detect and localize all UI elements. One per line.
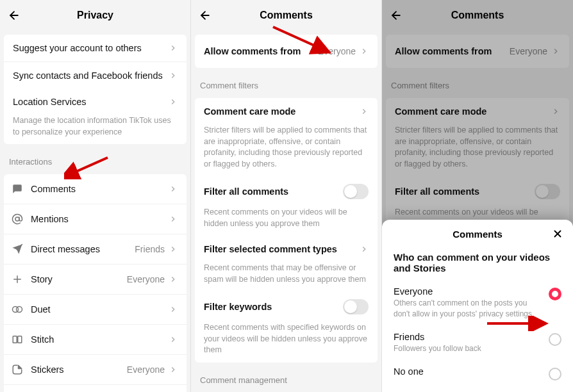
interaction-story[interactable]: Story Everyone: [4, 264, 187, 294]
care-mode-row[interactable]: Comment care mode Stricter filters will …: [195, 98, 378, 176]
suggest-account-row[interactable]: Suggest your account to others: [4, 35, 187, 61]
interaction-stickers[interactable]: Stickers Everyone: [4, 354, 187, 384]
option-desc: Followers you follow back: [394, 343, 541, 354]
close-icon: [552, 228, 563, 240]
filter-all-row: Filter all comments Recent comments on y…: [195, 176, 378, 236]
sticker-icon: [10, 363, 24, 377]
chevron-right-icon: [169, 184, 178, 193]
row-label: Stickers: [31, 364, 127, 375]
arrow-left-icon: [199, 9, 212, 22]
row-label: Direct messages: [31, 244, 135, 254]
sheet-title: Comments: [453, 229, 502, 240]
chevron-right-icon: [169, 275, 178, 284]
radio-button[interactable]: [549, 333, 561, 346]
close-button[interactable]: [550, 226, 565, 241]
chevron-right-icon: [169, 365, 178, 374]
header: Privacy: [0, 0, 190, 31]
row-value: Everyone: [127, 274, 165, 284]
header: Comments: [191, 0, 381, 31]
comment-filters-card: Comment care mode Stricter filters will …: [195, 98, 378, 363]
row-label: Story: [31, 274, 127, 284]
filter-types-row[interactable]: Filter selected comment types Recent com…: [195, 236, 378, 291]
location-services-row[interactable]: Location Services Manage the location in…: [4, 88, 187, 144]
chevron-right-icon: [360, 245, 369, 254]
filter-keywords-toggle[interactable]: [343, 299, 369, 314]
sheet-question: Who can comment on your videos and Stori…: [382, 248, 573, 280]
location-services-desc: Manage the location information TikTok u…: [4, 115, 187, 144]
chevron-right-icon: [169, 335, 178, 344]
chevron-right-icon: [169, 71, 178, 80]
sheet-options: Everyone Others can't comment on the pos…: [382, 280, 573, 387]
chevron-right-icon: [169, 97, 178, 106]
interaction-comments[interactable]: Comments: [4, 174, 187, 204]
arrow-left-icon: [8, 9, 21, 22]
panel-comments-sheet: Comments Allow comments from Everyone Co…: [382, 0, 573, 392]
row-label: Comments: [31, 184, 169, 194]
sync-contacts-row[interactable]: Sync contacts and Facebook friends: [4, 61, 187, 88]
radio-button[interactable]: [549, 288, 561, 300]
option-no-one[interactable]: No one: [382, 360, 573, 387]
page-title: Privacy: [77, 10, 113, 21]
filter-keywords-row: Filter keywords Recent comments with spe…: [195, 291, 378, 363]
filter-all-toggle[interactable]: [343, 184, 369, 199]
row-value: Everyone: [127, 364, 165, 375]
top-settings: Suggest your account to others Sync cont…: [4, 35, 187, 144]
page-title: Comments: [260, 10, 313, 21]
back-button[interactable]: [6, 8, 22, 23]
at-icon: [10, 212, 24, 226]
interaction-downloads[interactable]: Downloads On: [4, 384, 187, 392]
bottom-sheet: Comments Who can comment on your videos …: [382, 220, 573, 392]
panel-comments: Comments Allow comments from Everyone Co…: [191, 0, 382, 392]
panel-privacy: Privacy Suggest your account to others S…: [0, 0, 191, 392]
option-name: Everyone: [394, 286, 541, 297]
svg-rect-3: [13, 336, 17, 343]
row-label: Stitch: [31, 334, 169, 345]
plus-icon: [10, 272, 24, 286]
interaction-stitch[interactable]: Stitch: [4, 324, 187, 354]
interactions-list: Comments Mentions Direct messages Friend…: [4, 174, 187, 392]
send-icon: [10, 242, 24, 256]
stitch-icon: [10, 332, 24, 347]
interaction-direct-messages[interactable]: Direct messages Friends: [4, 234, 187, 264]
svg-point-0: [15, 217, 19, 221]
section-filters: Comment filters: [191, 72, 381, 94]
option-name: No one: [394, 366, 541, 377]
radio-button[interactable]: [549, 368, 561, 380]
chevron-right-icon: [360, 47, 369, 56]
option-name: Friends: [394, 332, 541, 342]
section-management: Comment management: [191, 366, 381, 389]
chevron-right-icon: [169, 245, 178, 254]
row-label: Mentions: [31, 214, 169, 224]
allow-comments-card: Allow comments from Everyone: [195, 35, 378, 68]
comment-icon: [10, 182, 24, 196]
allow-comments-value: Everyone: [318, 46, 356, 56]
row-label: Duet: [31, 304, 169, 314]
svg-rect-4: [18, 336, 22, 343]
option-desc: Others can't comment on the posts you do…: [394, 298, 541, 318]
svg-point-2: [17, 307, 22, 313]
row-value: Friends: [135, 244, 165, 254]
chevron-right-icon: [169, 305, 178, 314]
chevron-right-icon: [169, 215, 178, 224]
interaction-mentions[interactable]: Mentions: [4, 204, 187, 234]
option-everyone[interactable]: Everyone Others can't comment on the pos…: [382, 280, 573, 325]
chevron-right-icon: [169, 44, 178, 53]
section-interactions: Interactions: [0, 148, 190, 170]
sheet-header: Comments: [382, 220, 573, 248]
option-friends[interactable]: Friends Followers you follow back: [382, 325, 573, 360]
duet-icon: [10, 302, 24, 316]
back-button[interactable]: [197, 8, 213, 23]
chevron-right-icon: [360, 107, 369, 116]
interaction-duet[interactable]: Duet: [4, 294, 187, 324]
allow-comments-row[interactable]: Allow comments from Everyone: [195, 35, 378, 68]
